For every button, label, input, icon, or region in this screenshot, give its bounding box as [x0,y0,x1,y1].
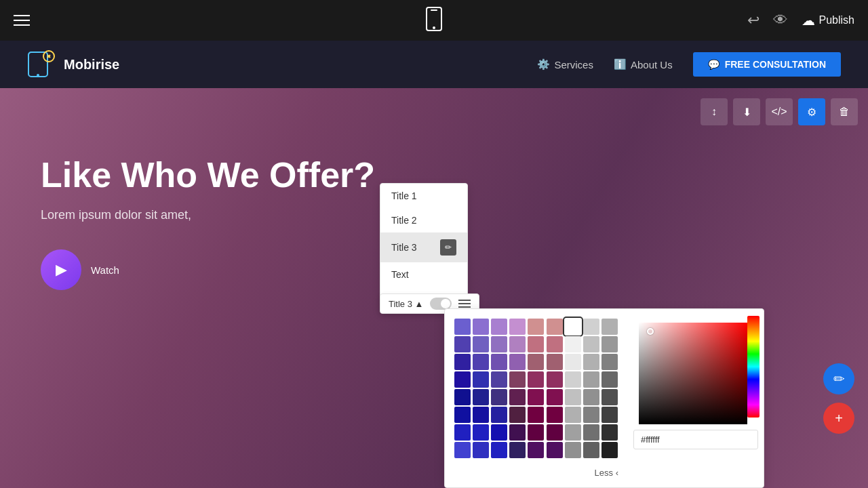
swatch[interactable] [601,389,618,405]
swatch[interactable] [601,371,618,388]
swatch[interactable] [454,424,471,441]
swatch[interactable] [454,354,471,370]
swatch[interactable] [583,354,599,370]
logo[interactable]: Mobirise [27,49,119,79]
delete-button[interactable]: 🗑 [831,98,858,125]
swatch[interactable] [547,424,563,441]
swatch[interactable] [583,407,599,423]
swatch[interactable] [547,389,563,405]
swatch[interactable] [601,407,618,423]
swatch[interactable] [601,336,618,352]
swatch[interactable] [454,371,471,388]
swatch[interactable] [601,354,618,370]
swatch[interactable] [473,424,489,441]
swatch[interactable] [583,336,599,352]
swatch[interactable] [528,442,544,458]
gradient-canvas[interactable] [639,323,747,424]
swatch[interactable] [509,424,526,441]
dropdown-item-title3[interactable]: Title 3 ✏ [380,232,467,262]
swatch[interactable] [491,371,507,388]
swatch[interactable] [583,319,599,335]
swatch[interactable] [491,424,507,441]
hue-strip[interactable] [747,316,760,418]
gradient-cursor[interactable] [647,328,654,335]
swatch[interactable] [509,354,526,370]
add-fab-button[interactable]: + [823,403,854,434]
swatch[interactable] [528,424,544,441]
swatch[interactable] [547,371,563,388]
swatch[interactable] [509,371,526,388]
publish-button[interactable]: ☁ Publish [802,12,854,28]
swatch[interactable] [473,354,489,370]
settings-button[interactable]: ⚙ [798,98,825,125]
swatch[interactable] [528,336,544,352]
swatch[interactable] [565,389,581,405]
swatch[interactable] [454,442,471,458]
swatch[interactable] [547,442,563,458]
download-button[interactable]: ⬇ [733,98,760,125]
gradient-picker[interactable] [628,309,764,487]
dropdown-item-title1[interactable]: Title 1 [380,184,467,208]
preview-icon[interactable]: 👁 [773,12,788,29]
swatch[interactable] [454,336,471,352]
swatch[interactable] [473,371,489,388]
swatch[interactable] [454,407,471,423]
swatch[interactable] [565,407,581,423]
swatch[interactable] [509,319,526,335]
reorder-button[interactable]: ↕ [701,98,728,125]
swatch[interactable] [454,389,471,405]
swatch[interactable] [528,319,544,335]
swatch[interactable] [473,407,489,423]
swatch[interactable] [473,442,489,458]
swatch[interactable] [547,336,563,352]
edit-icon[interactable]: ✏ [440,239,456,256]
edit-fab-button[interactable]: ✏ [823,363,854,394]
swatch[interactable] [473,336,489,352]
swatch[interactable] [528,371,544,388]
swatch[interactable] [528,407,544,423]
swatch[interactable] [491,319,507,335]
swatch[interactable] [491,354,507,370]
swatch[interactable] [528,354,544,370]
nav-link-services[interactable]: ⚙️ Services [537,58,593,70]
swatch[interactable] [565,442,581,458]
swatch[interactable] [547,407,563,423]
swatch[interactable] [528,389,544,405]
swatch[interactable] [509,336,526,352]
less-button[interactable]: Less ‹ [454,465,618,478]
swatch[interactable] [565,354,581,370]
menu-lines-icon[interactable] [458,300,471,308]
dropdown-item-text[interactable]: Text [380,262,467,287]
swatch[interactable] [491,389,507,405]
swatch[interactable] [509,442,526,458]
swatch[interactable] [547,319,563,335]
swatch[interactable] [565,424,581,441]
swatch[interactable] [601,424,618,441]
swatch[interactable] [491,407,507,423]
hex-input[interactable] [633,430,758,449]
nav-link-about[interactable]: ℹ️ About Us [614,58,673,70]
dropdown-item-title2[interactable]: Title 2 [380,208,467,232]
swatch[interactable] [565,319,581,335]
swatch[interactable] [491,442,507,458]
swatch[interactable] [473,319,489,335]
code-button[interactable]: </> [766,98,793,125]
swatch[interactable] [509,389,526,405]
swatch[interactable] [547,354,563,370]
swatch[interactable] [491,336,507,352]
swatch[interactable] [583,371,599,388]
swatch[interactable] [601,319,618,335]
swatch[interactable] [583,424,599,441]
swatch[interactable] [473,389,489,405]
undo-icon[interactable]: ↩ [747,12,760,29]
swatch[interactable] [454,319,471,335]
swatch[interactable] [565,336,581,352]
swatch[interactable] [583,389,599,405]
hamburger-menu-button[interactable] [14,15,30,26]
swatch[interactable] [583,442,599,458]
swatch[interactable] [509,407,526,423]
svg-point-4 [37,74,39,77]
swatch[interactable] [601,442,618,458]
cta-button[interactable]: 💬 FREE CONSULTATION [693,52,841,77]
swatch[interactable] [565,371,581,388]
